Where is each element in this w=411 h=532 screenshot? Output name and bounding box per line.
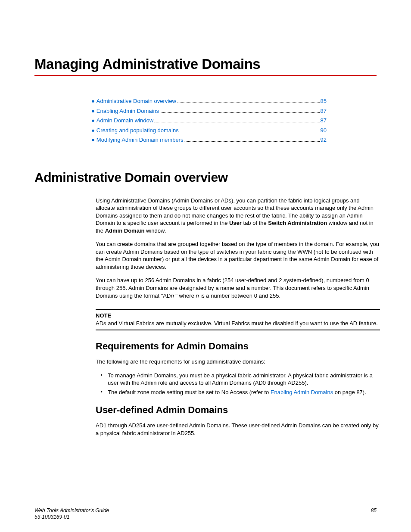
page-footer: Web Tools Administrator's Guide 53-10031… [34,507,377,521]
toc-page[interactable]: 92 [321,136,327,144]
bullet-icon: ● [91,116,95,125]
list-item: The default zone mode setting must be se… [103,389,380,396]
link-enabling-admin-domains[interactable]: Enabling Admin Domains [271,389,333,395]
footer-docnum: 53-1003169-01 [34,514,69,520]
toc-link-enabling[interactable]: Enabling Admin Domains [97,107,159,115]
toc-link-overview[interactable]: Administrative Domain overview [97,97,176,106]
bullet-icon: ● [91,107,95,115]
chapter-rule [34,75,377,76]
note-text: ADs and Virtual Fabrics are mutually exc… [96,320,378,327]
toc-row: ● Administrative Domain overview 85 [91,97,327,106]
note-body: NOTE ADs and Virtual Fabrics are mutuall… [96,310,380,330]
text: tab of the [242,220,268,226]
bold-text: Admin Domain [105,227,145,234]
toc-row: ● Creating and populating domains 90 [91,126,327,135]
toc-row: ● Modifying Admin Domain members 92 [91,136,327,144]
bullet-icon: ● [91,97,95,106]
toc-leader [177,103,320,103]
toc-row: ● Enabling Admin Domains 87 [91,107,327,115]
note-block: NOTE ADs and Virtual Fabrics are mutuall… [96,309,380,330]
footer-page-number: 85 [371,507,377,521]
paragraph: AD1 through AD254 are user-defined Admin… [96,422,380,437]
italic-text: n [196,292,199,299]
text: window. [144,227,166,234]
footer-guide: Web Tools Administrator's Guide [34,507,109,513]
paragraph: You can create domains that are grouped … [96,240,380,271]
toc-link-window[interactable]: Admin Domain window [97,116,153,125]
bullet-icon: ● [91,136,95,144]
section-title-overview: Administrative Domain overview [34,170,377,185]
toc-leader [180,132,320,132]
toc-leader [184,141,319,142]
toc-page[interactable]: 85 [321,97,327,106]
paragraph: Using Administrative Domains (Admin Doma… [96,197,380,235]
mini-toc: ● Administrative Domain overview 85 ● En… [91,97,327,144]
text: on page 87). [333,389,366,395]
paragraph: You can have up to 256 Admin Domains in … [96,277,380,299]
bold-text: User [229,220,242,226]
footer-left: Web Tools Administrator's Guide 53-10031… [34,507,109,521]
chapter-title: Managing Administrative Domains [34,56,377,72]
paragraph: The following are the requirements for u… [96,358,380,366]
bullet-icon: ● [91,126,95,135]
list-item: To manage Admin Domains, you must be a p… [103,372,380,387]
bullet-list: To manage Admin Domains, you must be a p… [96,372,380,396]
toc-page[interactable]: 90 [321,126,327,135]
page: Managing Administrative Domains ● Admini… [0,0,411,532]
subsection-title-requirements: Requirements for Admin Domains [96,341,380,352]
toc-leader [160,112,319,113]
subsection-title-userdefined: User-defined Admin Domains [96,404,380,416]
text: " where [174,292,196,299]
body-block: Using Administrative Domains (Admin Doma… [96,197,380,437]
toc-link-modifying[interactable]: Modifying Admin Domain members [97,136,184,144]
toc-page[interactable]: 87 [321,116,327,125]
text: The default zone mode setting must be se… [108,389,271,395]
toc-link-creating[interactable]: Creating and populating domains [97,126,179,135]
note-label: NOTE [96,312,111,319]
bold-text: Switch Administration [268,220,327,226]
toc-page[interactable]: 87 [321,107,327,115]
italic-text: n [171,292,174,299]
text: is a number between 0 and 255. [199,292,280,299]
toc-leader [154,122,319,122]
toc-row: ● Admin Domain window 87 [91,116,327,125]
note-rule-bottom [96,330,380,330]
